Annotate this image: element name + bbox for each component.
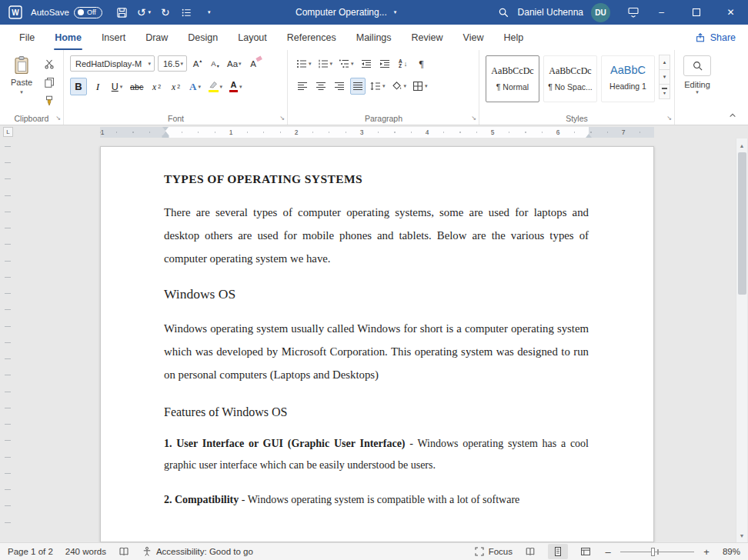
tab-references[interactable]: References: [277, 25, 346, 50]
change-case-button[interactable]: Aa ▾: [225, 55, 243, 72]
focus-button[interactable]: Focus: [474, 546, 513, 557]
justify-button[interactable]: [350, 78, 366, 95]
font-color-button[interactable]: A ▾: [227, 78, 245, 95]
bullets-button[interactable]: ▾: [295, 55, 313, 72]
search-button[interactable]: [493, 0, 515, 25]
zoom-level[interactable]: 89%: [719, 547, 740, 556]
increase-indent-button[interactable]: [377, 55, 392, 72]
document-title-button[interactable]: Computer Operating... ▾: [296, 0, 396, 25]
paragraph-dialog-launcher[interactable]: ↘: [471, 115, 476, 122]
doc-heading-windows-os[interactable]: Windows OS: [164, 286, 589, 302]
underline-button[interactable]: U ▾: [109, 78, 125, 95]
style-no-spacing[interactable]: AaBbCcDc ¶ No Spac...: [543, 55, 597, 102]
proofing-button[interactable]: [119, 546, 129, 557]
styles-dialog-launcher[interactable]: ↘: [666, 115, 672, 122]
close-button[interactable]: ✕: [713, 0, 748, 25]
quick-access-list-button[interactable]: [176, 0, 198, 25]
save-button[interactable]: [112, 0, 133, 25]
sort-button[interactable]: AZ ↓: [396, 55, 411, 72]
tab-design[interactable]: Design: [178, 25, 228, 50]
tab-insert[interactable]: Insert: [92, 25, 135, 50]
show-formatting-marks-button[interactable]: ¶: [414, 55, 429, 72]
scrollbar-thumb[interactable]: [738, 152, 746, 295]
undo-button[interactable]: ↺ ▾: [133, 0, 155, 25]
zoom-slider-thumb[interactable]: [651, 548, 655, 556]
avatar[interactable]: DU: [591, 3, 610, 22]
text-effects-button[interactable]: A ▾: [187, 78, 204, 95]
accessibility-status[interactable]: Accessibility: Good to go: [142, 546, 253, 557]
editing-dropdown[interactable]: Editing ▾: [675, 80, 720, 95]
ribbon-display-options-button[interactable]: [623, 0, 644, 25]
clipboard-dialog-launcher[interactable]: ↘: [55, 115, 61, 122]
user-name[interactable]: Daniel Uchenna: [518, 7, 583, 18]
strikethrough-button[interactable]: abc: [128, 78, 146, 95]
zoom-in-button[interactable]: +: [702, 546, 711, 558]
doc-heading-types[interactable]: TYPES OF OPERATING SYSTEMS: [164, 172, 589, 186]
bold-button[interactable]: B: [70, 78, 87, 95]
superscript-button[interactable]: x2: [168, 78, 185, 95]
read-mode-button[interactable]: [520, 544, 540, 559]
tab-home[interactable]: Home: [45, 25, 92, 50]
decrease-indent-button[interactable]: [359, 55, 374, 72]
style-heading-1[interactable]: AaBbC Heading 1: [601, 55, 655, 102]
print-layout-button[interactable]: [548, 544, 568, 559]
align-center-button[interactable]: [313, 78, 329, 95]
align-right-button[interactable]: [332, 78, 347, 95]
format-painter-button[interactable]: [40, 94, 58, 108]
web-layout-button[interactable]: [576, 544, 596, 559]
document-canvas[interactable]: TYPES OF OPERATING SYSTEMS There are sev…: [0, 138, 748, 542]
minimize-button[interactable]: –: [644, 0, 679, 25]
cut-button[interactable]: [40, 57, 58, 71]
page-indicator[interactable]: Page 1 of 2: [8, 547, 53, 556]
right-indent-marker[interactable]: [586, 134, 592, 138]
font-name-combobox[interactable]: RedHatDisplay-M ▾: [70, 55, 155, 72]
scroll-up-button[interactable]: ▲: [736, 140, 747, 151]
vertical-scrollbar[interactable]: ▲ ▼: [736, 138, 747, 542]
doc-feature-compatibility[interactable]: 2. Compatibility - Windows operating sys…: [164, 489, 589, 511]
first-line-indent-marker[interactable]: [162, 127, 169, 131]
hanging-indent-marker[interactable]: [162, 132, 169, 138]
subscript-button[interactable]: x2: [149, 78, 165, 95]
shading-button[interactable]: ▾: [390, 78, 409, 95]
share-button[interactable]: Share: [695, 32, 736, 43]
multilevel-list-button[interactable]: ▾: [337, 55, 356, 72]
doc-feature-gui[interactable]: 1. User Interface or GUI (Graphic User I…: [164, 433, 589, 475]
editing-button[interactable]: [683, 55, 711, 76]
doc-paragraph-intro[interactable]: There are several types of computer oper…: [164, 201, 589, 270]
autosave-toggle[interactable]: Off: [74, 7, 102, 18]
italic-button[interactable]: I: [89, 78, 106, 95]
styles-more-button[interactable]: ▾: [659, 84, 670, 99]
shrink-font-button[interactable]: A▾: [208, 55, 222, 72]
tab-mailings[interactable]: Mailings: [346, 25, 402, 50]
word-count[interactable]: 240 words: [65, 547, 106, 556]
paste-button[interactable]: Paste ▾: [5, 55, 38, 112]
tab-layout[interactable]: Layout: [228, 25, 277, 50]
highlight-button[interactable]: ▾: [206, 78, 225, 95]
doc-paragraph-windows[interactable]: Windows operating system usually called …: [164, 317, 589, 386]
tab-selector[interactable]: L: [3, 127, 13, 137]
doc-heading-features[interactable]: Features of Windows OS: [164, 405, 589, 419]
grow-font-button[interactable]: A▴: [190, 55, 205, 72]
line-spacing-button[interactable]: ▾: [369, 78, 387, 95]
horizontal-ruler[interactable]: 1 1 2 3 4 5 6 7: [100, 127, 654, 138]
collapse-ribbon-button[interactable]: [725, 109, 740, 120]
copy-button[interactable]: [40, 75, 58, 89]
redo-button[interactable]: ↻: [155, 0, 176, 25]
styles-scroll-up-button[interactable]: ▴: [659, 55, 670, 70]
font-dialog-launcher[interactable]: ↘: [279, 115, 285, 122]
styles-scroll-down-button[interactable]: ▾: [659, 69, 670, 85]
customize-quick-access-button[interactable]: ▾: [198, 0, 219, 25]
borders-button[interactable]: ▾: [411, 78, 429, 95]
tab-file[interactable]: File: [9, 25, 45, 50]
maximize-button[interactable]: [679, 0, 713, 25]
clear-formatting-button[interactable]: A: [246, 55, 261, 72]
zoom-out-button[interactable]: –: [603, 546, 613, 558]
autosave-control[interactable]: AutoSave Off: [31, 7, 102, 18]
word-app-icon[interactable]: W: [0, 5, 31, 19]
tab-help[interactable]: Help: [493, 25, 533, 50]
zoom-slider[interactable]: [620, 546, 694, 557]
numbering-button[interactable]: ▾: [316, 55, 335, 72]
tab-draw[interactable]: Draw: [135, 25, 178, 50]
document-page[interactable]: TYPES OF OPERATING SYSTEMS There are sev…: [100, 146, 654, 542]
tab-view[interactable]: View: [453, 25, 494, 50]
